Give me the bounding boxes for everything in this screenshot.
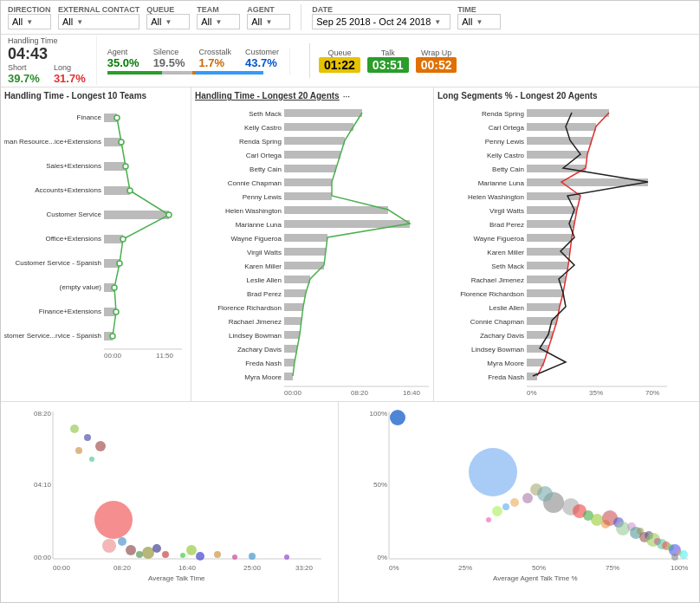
svg-text:Customer Service: Customer Service [46, 211, 101, 218]
ext-contact-label: EXTERNAL CONTACT [58, 5, 139, 14]
svg-text:Leslie Allen: Leslie Allen [247, 276, 282, 284]
long-segments-chart: Long Segments % - Longest 20 Agents Rend… [434, 88, 677, 401]
svg-point-22 [123, 164, 128, 169]
svg-text:Renda Spring: Renda Spring [482, 110, 524, 118]
svg-rect-65 [284, 276, 310, 283]
svg-text:Human Resource...ice+Extension: Human Resource...ice+Extensions [4, 138, 101, 146]
svg-text:Marianne Luna: Marianne Luna [478, 179, 525, 187]
ext-contact-filter: EXTERNAL CONTACT All ▼ [58, 5, 139, 29]
long-kpi: Long 31.7% [54, 63, 86, 85]
customer-kpi: Customer 43.7% [245, 48, 279, 69]
svg-text:Lindsey Bowman: Lindsey Bowman [471, 346, 524, 353]
svg-point-145 [162, 551, 169, 558]
short-value: 39.7% [8, 72, 40, 85]
svg-text:Renda Spring: Renda Spring [239, 138, 282, 146]
svg-rect-98 [527, 123, 596, 131]
svg-text:Betty Cain: Betty Cain [492, 165, 524, 173]
svg-point-134 [84, 434, 91, 441]
svg-rect-64 [284, 262, 324, 269]
svg-point-166 [469, 448, 517, 496]
svg-rect-68 [284, 317, 301, 325]
svg-text:Helen Washington: Helen Washington [225, 207, 282, 215]
svg-text:00:00: 00:00 [104, 352, 122, 360]
queue-time-kpi: Queue 01:22 [319, 49, 360, 73]
svg-point-29 [110, 334, 115, 339]
ext-contact-select[interactable]: All ▼ [58, 14, 139, 29]
svg-point-193 [502, 503, 509, 510]
handling-time-agents-chart: Handling Time - Longest 20 Agents ··· Se… [191, 88, 434, 401]
svg-text:75%: 75% [606, 564, 619, 572]
svg-point-139 [75, 447, 82, 454]
queue-filter: QUEUE All ▼ [146, 5, 190, 29]
svg-text:00:00: 00:00 [284, 389, 302, 397]
svg-point-194 [492, 506, 502, 516]
svg-rect-67 [284, 303, 303, 311]
queue-select[interactable]: All ▼ [146, 14, 190, 29]
svg-point-141 [126, 545, 136, 555]
svg-text:Brad Perez: Brad Perez [247, 290, 282, 298]
time-filter: TIME All ▼ [457, 5, 501, 29]
long-label: Long [54, 63, 86, 72]
handling-time-value: 04:43 [8, 45, 86, 63]
svg-text:100%: 100% [671, 564, 688, 572]
svg-rect-112 [527, 317, 557, 325]
chevron-down-icon: ▼ [215, 18, 222, 26]
svg-text:25%: 25% [458, 564, 472, 572]
svg-text:Kelly Castro: Kelly Castro [244, 124, 282, 132]
chevron-down-icon: ▼ [476, 18, 483, 26]
svg-point-137 [102, 539, 116, 553]
talk-time-kpi: Talk 03:51 [367, 49, 409, 73]
svg-point-28 [113, 309, 119, 314]
right-chart-title: Long Segments % - Longest 20 Agents [438, 91, 673, 100]
date-label: DATE [312, 5, 450, 14]
svg-text:16:40: 16:40 [403, 389, 421, 397]
teams-bar-chart-svg: Finance Human Resource...ice+Extensions … [4, 102, 186, 388]
date-select[interactable]: Sep 25 2018 - Oct 24 2018 ▼ [312, 14, 450, 29]
short-kpi: Short 39.7% [8, 63, 40, 85]
svg-text:16:40: 16:40 [178, 564, 197, 572]
more-options-icon[interactable]: ··· [343, 92, 350, 101]
svg-text:Average Agent Talk Time %: Average Agent Talk Time % [493, 574, 578, 582]
svg-rect-59 [284, 192, 332, 200]
svg-text:Sales+Extensions: Sales+Extensions [46, 162, 101, 170]
svg-rect-57 [284, 165, 336, 172]
svg-text:00:00: 00:00 [53, 564, 71, 572]
agent-filter: AGENT All ▼ [247, 5, 290, 29]
svg-point-21 [119, 139, 124, 145]
direction-select[interactable]: All ▼ [8, 14, 51, 29]
svg-text:50%: 50% [532, 564, 546, 572]
svg-rect-62 [284, 234, 327, 242]
agent-select[interactable]: All ▼ [247, 14, 290, 29]
svg-rect-66 [284, 289, 306, 297]
svg-rect-111 [527, 303, 560, 311]
svg-rect-55 [284, 137, 345, 145]
svg-text:Helen Washington: Helen Washington [468, 193, 524, 201]
svg-rect-53 [284, 109, 362, 117]
svg-text:35%: 35% [589, 389, 603, 397]
queue-label: QUEUE [146, 5, 190, 14]
svg-rect-58 [284, 178, 332, 186]
svg-rect-71 [284, 359, 295, 366]
svg-text:Customer Service...rvice - Spa: Customer Service...rvice - Spanish [4, 332, 101, 340]
chevron-down-icon: ▼ [265, 18, 272, 26]
svg-text:Kelly Castro: Kelly Castro [487, 152, 525, 159]
svg-text:Carl Ortega: Carl Ortega [489, 124, 525, 132]
svg-point-135 [95, 441, 106, 451]
handling-time-teams-chart: Handling Time - Longest 10 Teams Finance… [1, 88, 191, 401]
svg-point-146 [180, 553, 185, 558]
filter-divider [301, 4, 301, 30]
svg-text:11:50: 11:50 [156, 352, 174, 360]
svg-rect-69 [284, 331, 300, 339]
svg-point-151 [249, 553, 256, 560]
mid-chart-title[interactable]: Handling Time - Longest 20 Agents [195, 91, 340, 100]
svg-text:08:20: 08:20 [351, 389, 369, 397]
team-select[interactable]: All ▼ [197, 14, 240, 29]
svg-text:Marianne Luna: Marianne Luna [236, 221, 282, 229]
svg-point-140 [89, 457, 94, 462]
svg-text:Myra Moore: Myra Moore [244, 373, 282, 381]
svg-rect-101 [527, 165, 586, 172]
time-select[interactable]: All ▼ [457, 14, 501, 29]
team-filter: TEAM All ▼ [197, 5, 240, 29]
svg-text:Florence Richardson: Florence Richardson [460, 290, 524, 298]
svg-text:Customer Service - Spanish: Customer Service - Spanish [15, 259, 101, 267]
